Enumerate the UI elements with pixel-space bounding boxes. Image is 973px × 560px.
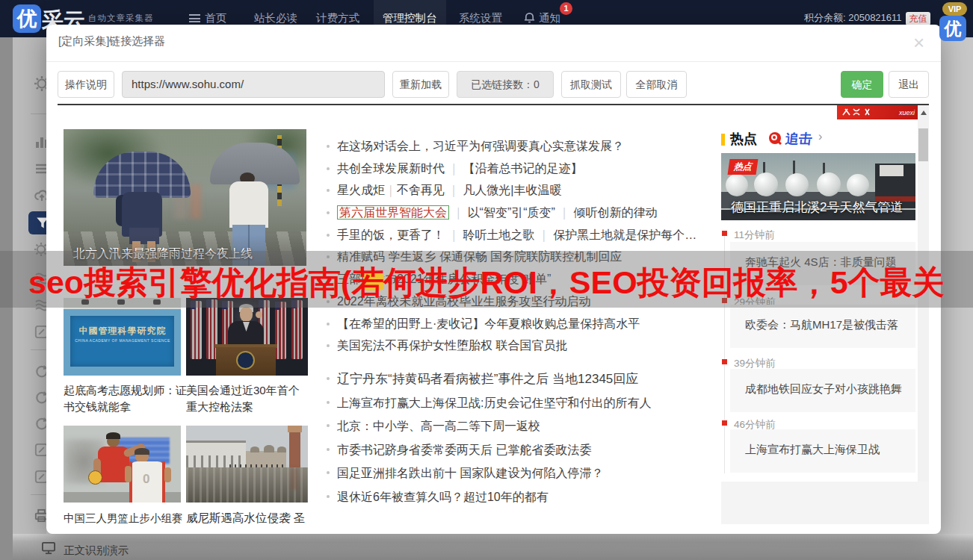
scroll-up-arrow[interactable] [921, 111, 927, 115]
photo-caption[interactable]: 威尼斯遇高水位侵袭 圣 [186, 510, 312, 526]
photo-caption[interactable]: 起底高考志愿规划师：证书交钱就能拿 [64, 382, 188, 415]
seo-watermark-text: seo搜索引擎优化指南(若何进步ROI，SEO投资回报率，5个最关 [28, 261, 945, 305]
headline-link[interactable]: 市委书记跻身省委常委两天后 已掌舵省委政法委 [326, 438, 708, 462]
plaque-en: CHINA ACADEMY OF MANAGEMENT SCIENCE [72, 338, 173, 343]
photo-caption[interactable]: 中国三人男篮止步小组赛 [64, 510, 183, 526]
timeline-bullet [722, 231, 727, 236]
photo-venice[interactable] [186, 426, 308, 503]
photo-biden[interactable] [186, 298, 308, 376]
target-icon [768, 131, 782, 145]
hot-section-accent [721, 134, 725, 146]
scrollbar-thumb[interactable] [918, 128, 928, 161]
headline-link[interactable]: 北京：中小学、高一高二等下周一返校 [326, 414, 708, 438]
lead-photo-rain[interactable]: 北方入汛来最强降雨过程今夜上线 [64, 129, 306, 266]
sidebar-footer-block [721, 482, 928, 524]
headline-link[interactable]: 【在希望的田野上·麦收记】今年夏粮收购总量保持高水平 [326, 313, 708, 335]
timeline-news-card[interactable]: 成都地铁回应女子对小孩跳艳舞 [730, 369, 915, 412]
headline-link[interactable]: 手里的饭，更香了！ ｜ 聆听土地之歌 ｜ 保护黑土地就是保护每个… [326, 224, 708, 246]
hot-section-title: 热点 [730, 130, 757, 148]
headline-link[interactable]: 退休近6年被查算久吗？超过10年的都有 [326, 485, 708, 509]
hot-section-title2: 追击 [785, 130, 814, 148]
timeline-news-card[interactable]: 欧委会：马航MH17是被俄击落 [730, 305, 915, 348]
headline-link[interactable]: 国足亚洲排名跌出前十 国家队建设为何陷入停滞？ [326, 461, 708, 485]
xuexi-banner[interactable]: xuexi [837, 105, 918, 119]
photo-plaque[interactable]: 中國管理科學研究院 CHINA ACADEMY OF MANAGEMENT SC… [64, 298, 181, 376]
timeline-bullet [722, 359, 727, 364]
photo-basketball[interactable]: 0 [64, 426, 181, 503]
timeline-bullet [722, 420, 727, 426]
photo-caption[interactable]: 美国会通过近30年首个重大控枪法案 [186, 382, 310, 415]
plaque-cn: 中國管理科學研究院 [74, 325, 171, 337]
headline-link[interactable]: 在这场对话会上，习近平为何强调要真心实意谋发展？ [326, 135, 708, 158]
scrollbar-track[interactable] [918, 105, 929, 524]
headline-link[interactable]: 上海宣布打赢大上海保卫战:历史会记住坚守和付出的所有人 [326, 391, 708, 415]
headline-link[interactable]: 第六届世界智能大会 ｜ 以“智变”引“质变” ｜ 倾听创新的律动 [326, 202, 708, 224]
headline-link[interactable]: 星火成炬｜不舍再见 ｜ 凡人微光|丰收温暖 [326, 179, 708, 202]
headline-link[interactable]: 共创全球发展新时代 ｜ 【沿着总书记的足迹】 [326, 158, 708, 180]
headline-link[interactable]: 美国宪法不再保护女性堕胎权 联合国官员批 [326, 335, 708, 357]
jersey-number: 0 [143, 472, 149, 487]
screen: 正文识别演示 优 采云 自动文章采集器 首页站长必读计费方式管理控制台系统设置通… [0, 0, 973, 560]
timeline-timestamp: 11分钟前 [734, 228, 775, 242]
hot-badge: 热点 [728, 159, 759, 175]
hot-card-caption: 德国正重启北溪2号天然气管道 [731, 199, 903, 216]
timeline-news-card[interactable]: 上海宣布打赢大上海保卫战 [730, 429, 915, 473]
selected-link-box[interactable]: 第六届世界智能大会 [337, 205, 449, 220]
hot-news-card[interactable]: 热点 德国正重启北溪2号天然气管道 [721, 153, 915, 220]
headline-link[interactable]: 辽宁丹东“持黄码者看病被拦”事件之后 当地12345回应 [326, 367, 708, 391]
chevron-right-icon[interactable]: › [818, 130, 822, 143]
banner-text: xuexi [899, 109, 915, 116]
